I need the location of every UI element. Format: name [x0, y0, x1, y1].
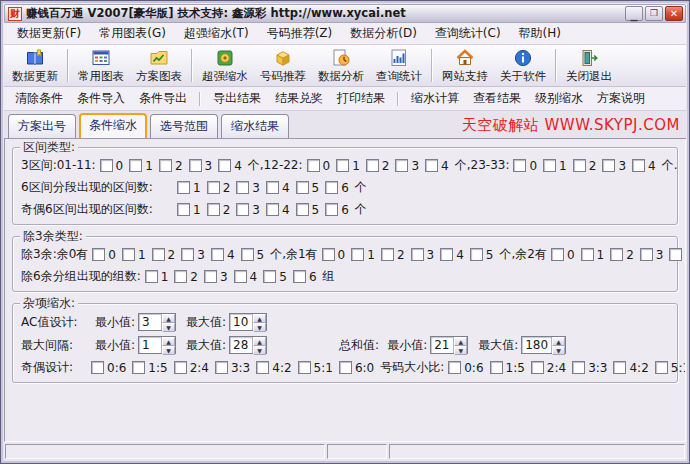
menu-item-1[interactable]: 数据更新(F) — [8, 23, 90, 44]
checkbox[interactable] — [152, 248, 165, 261]
toolbar-button-1[interactable]: 数据更新 — [7, 46, 63, 85]
spin-up-button[interactable]: ▲ — [552, 337, 565, 346]
checkbox[interactable] — [425, 159, 438, 172]
checkbox-option[interactable]: 0 — [307, 159, 333, 173]
checkbox[interactable] — [266, 203, 279, 216]
checkbox-option[interactable]: 5 — [296, 203, 322, 217]
checkbox-option[interactable]: 4 — [266, 203, 292, 217]
checkbox-option[interactable]: 2 — [207, 203, 233, 217]
menu-item-2[interactable]: 常用图表(G) — [90, 23, 175, 44]
tab-shrink-result[interactable]: 缩水结果 — [221, 114, 289, 138]
checkbox[interactable] — [298, 361, 311, 374]
spin-down-button[interactable]: ▼ — [253, 346, 266, 355]
checkbox[interactable] — [129, 159, 142, 172]
checkbox[interactable] — [207, 181, 220, 194]
checkbox[interactable] — [325, 181, 338, 194]
checkbox[interactable] — [543, 159, 556, 172]
checkbox-option[interactable]: 0 — [322, 248, 348, 262]
checkbox[interactable] — [177, 181, 190, 194]
toolbar2-button[interactable]: 导出结果 — [207, 87, 267, 110]
checkbox[interactable] — [448, 361, 461, 374]
checkbox-option[interactable]: 1:5 — [132, 361, 169, 375]
checkbox-option[interactable]: 0:6 — [91, 361, 128, 375]
toolbar-button-6[interactable]: 数据分析 — [313, 46, 369, 85]
checkbox[interactable] — [470, 248, 483, 261]
checkbox-option[interactable]: 5 — [241, 248, 267, 262]
checkbox[interactable] — [236, 203, 249, 216]
checkbox-option[interactable]: 0 — [551, 248, 577, 262]
toolbar2-button[interactable]: 缩水计算 — [405, 87, 465, 110]
checkbox-option[interactable]: 1 — [581, 248, 607, 262]
checkbox[interactable] — [613, 361, 626, 374]
checkbox[interactable] — [669, 248, 682, 261]
checkbox-option[interactable]: 2 — [152, 248, 178, 262]
toolbar2-button[interactable]: 打印结果 — [331, 87, 391, 110]
menu-item-6[interactable]: 查询统计(C) — [426, 23, 510, 44]
checkbox-option[interactable]: 5:1 — [655, 361, 686, 375]
checkbox[interactable] — [632, 159, 645, 172]
toolbar-button-7[interactable]: 查询统计 — [371, 46, 427, 85]
checkbox[interactable] — [189, 159, 202, 172]
checkbox[interactable] — [132, 361, 145, 374]
toolbar-button-4[interactable]: 超强缩水 — [197, 46, 253, 85]
checkbox[interactable] — [256, 361, 269, 374]
checkbox-option[interactable]: 5 — [263, 270, 289, 284]
checkbox-option[interactable]: 4:2 — [613, 361, 650, 375]
toolbar2-button[interactable]: 级别缩水 — [529, 87, 589, 110]
menu-item-4[interactable]: 号码推荐(Z) — [258, 23, 342, 44]
checkbox-option[interactable]: 1 — [122, 248, 148, 262]
checkbox[interactable] — [207, 203, 220, 216]
menu-item-7[interactable]: 帮助(H) — [510, 23, 570, 44]
toolbar2-button[interactable]: 方案说明 — [591, 87, 651, 110]
checkbox-option[interactable]: 4 — [266, 181, 292, 195]
value-spinner[interactable]: 28▲▼ — [229, 336, 267, 354]
checkbox[interactable] — [241, 248, 254, 261]
checkbox[interactable] — [92, 248, 105, 261]
value-spinner[interactable]: 3▲▼ — [138, 313, 176, 331]
checkbox-option[interactable]: 4 — [218, 159, 244, 173]
checkbox-option[interactable]: 5:1 — [298, 361, 335, 375]
checkbox-option[interactable]: 6:0 — [339, 361, 376, 375]
checkbox-option[interactable]: 6 — [325, 203, 351, 217]
checkbox-option[interactable]: 3 — [189, 159, 215, 173]
checkbox-option[interactable]: 4 — [211, 248, 237, 262]
checkbox[interactable] — [204, 270, 217, 283]
checkbox[interactable] — [236, 181, 249, 194]
checkbox[interactable] — [263, 270, 276, 283]
checkbox[interactable] — [640, 248, 653, 261]
checkbox[interactable] — [174, 361, 187, 374]
checkbox-option[interactable]: 1 — [145, 270, 171, 284]
checkbox-option[interactable]: 1 — [129, 159, 155, 173]
checkbox-option[interactable]: 2 — [159, 159, 185, 173]
checkbox[interactable] — [325, 203, 338, 216]
spin-down-button[interactable]: ▼ — [454, 346, 467, 355]
checkbox[interactable] — [581, 248, 594, 261]
checkbox-option[interactable]: 0 — [100, 159, 126, 173]
checkbox-option[interactable]: 6 — [293, 270, 319, 284]
checkbox-option[interactable]: 3:3 — [572, 361, 609, 375]
checkbox-option[interactable]: 2 — [174, 270, 200, 284]
checkbox-option[interactable]: 0 — [513, 159, 539, 173]
checkbox-option[interactable]: 2 — [610, 248, 636, 262]
checkbox[interactable] — [395, 159, 408, 172]
toolbar2-button[interactable]: 条件导出 — [133, 87, 193, 110]
spin-up-button[interactable]: ▲ — [253, 314, 266, 323]
spin-down-button[interactable]: ▼ — [162, 346, 175, 355]
checkbox[interactable] — [234, 270, 247, 283]
checkbox[interactable] — [181, 248, 194, 261]
checkbox-option[interactable]: 6 — [325, 181, 351, 195]
checkbox[interactable] — [602, 159, 615, 172]
tab-condition-shrink[interactable]: 条件缩水 — [79, 113, 147, 138]
checkbox[interactable] — [381, 248, 394, 261]
checkbox[interactable] — [307, 159, 320, 172]
checkbox-option[interactable]: 3 — [181, 248, 207, 262]
toolbar2-button[interactable]: 结果兑奖 — [269, 87, 329, 110]
checkbox-option[interactable]: 2 — [381, 248, 407, 262]
spin-up-button[interactable]: ▲ — [162, 337, 175, 346]
checkbox-option[interactable]: 1:5 — [490, 361, 527, 375]
checkbox-option[interactable]: 3 — [411, 248, 437, 262]
checkbox[interactable] — [351, 248, 364, 261]
checkbox-option[interactable]: 3 — [602, 159, 628, 173]
checkbox[interactable] — [339, 361, 352, 374]
checkbox-option[interactable]: 3 — [204, 270, 230, 284]
